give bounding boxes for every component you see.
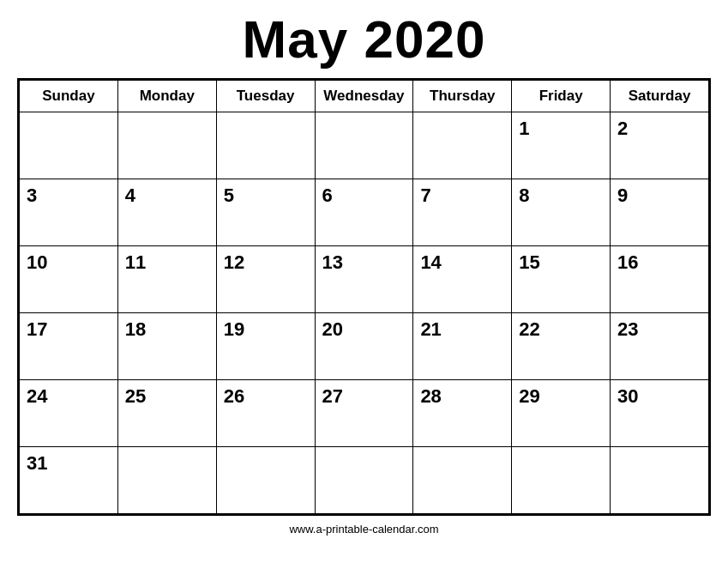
page-title: May 2020 — [243, 9, 486, 70]
day-cell: 2 — [611, 112, 709, 179]
day-cell — [315, 447, 413, 514]
day-cell — [216, 112, 315, 179]
day-cell: 31 — [20, 447, 118, 514]
week-row-1: 3456789 — [20, 179, 709, 246]
day-cell: 28 — [413, 380, 512, 447]
day-cell: 4 — [117, 179, 216, 246]
day-cell — [117, 447, 216, 514]
day-cell: 22 — [512, 313, 611, 380]
day-cell — [512, 447, 611, 514]
header-friday: Friday — [512, 81, 611, 112]
day-cell — [216, 447, 315, 514]
day-cell: 29 — [512, 380, 611, 447]
week-row-4: 24252627282930 — [20, 380, 709, 447]
day-cell — [413, 112, 512, 179]
header-sunday: Sunday — [20, 81, 118, 112]
calendar-header: SundayMondayTuesdayWednesdayThursdayFrid… — [20, 81, 709, 112]
day-cell: 25 — [117, 380, 216, 447]
day-cell: 27 — [315, 380, 413, 447]
day-cell: 9 — [611, 179, 709, 246]
week-row-0: 12 — [20, 112, 709, 179]
calendar-table: SundayMondayTuesdayWednesdayThursdayFrid… — [19, 80, 709, 514]
footer-text: www.a-printable-calendar.com — [289, 523, 438, 536]
day-cell: 14 — [413, 246, 512, 313]
day-cell — [117, 112, 216, 179]
week-row-5: 31 — [20, 447, 709, 514]
calendar-body: 1234567891011121314151617181920212223242… — [20, 112, 709, 514]
day-cell: 3 — [20, 179, 118, 246]
day-cell — [20, 112, 118, 179]
day-cell: 19 — [216, 313, 315, 380]
week-row-2: 10111213141516 — [20, 246, 709, 313]
day-cell — [611, 447, 709, 514]
day-cell — [315, 112, 413, 179]
day-cell: 26 — [216, 380, 315, 447]
day-cell: 1 — [512, 112, 611, 179]
week-row-3: 17181920212223 — [20, 313, 709, 380]
day-cell: 7 — [413, 179, 512, 246]
header-tuesday: Tuesday — [216, 81, 315, 112]
day-cell: 17 — [20, 313, 118, 380]
header-saturday: Saturday — [611, 81, 709, 112]
day-cell: 23 — [611, 313, 709, 380]
day-cell: 24 — [20, 380, 118, 447]
day-cell: 13 — [315, 246, 413, 313]
day-cell: 11 — [117, 246, 216, 313]
day-cell — [413, 447, 512, 514]
day-cell: 8 — [512, 179, 611, 246]
day-cell: 20 — [315, 313, 413, 380]
day-cell: 5 — [216, 179, 315, 246]
day-cell: 21 — [413, 313, 512, 380]
calendar-wrapper: SundayMondayTuesdayWednesdayThursdayFrid… — [17, 78, 711, 516]
day-cell: 6 — [315, 179, 413, 246]
header-thursday: Thursday — [413, 81, 512, 112]
day-cell: 10 — [20, 246, 118, 313]
header-row: SundayMondayTuesdayWednesdayThursdayFrid… — [20, 81, 709, 112]
day-cell: 12 — [216, 246, 315, 313]
day-cell: 18 — [117, 313, 216, 380]
day-cell: 15 — [512, 246, 611, 313]
header-wednesday: Wednesday — [315, 81, 413, 112]
day-cell: 30 — [611, 380, 709, 447]
header-monday: Monday — [117, 81, 216, 112]
day-cell: 16 — [611, 246, 709, 313]
